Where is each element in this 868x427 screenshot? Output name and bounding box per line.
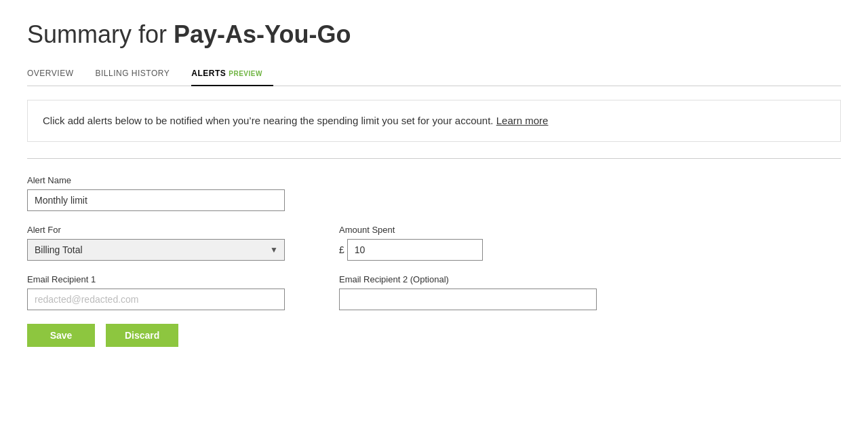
- learn-more-link[interactable]: Learn more: [496, 115, 549, 126]
- title-bold: Pay-As-You-Go: [174, 20, 351, 48]
- title-prefix: Summary for: [27, 20, 174, 48]
- amount-wrapper: £: [339, 239, 483, 261]
- email1-label: Email Recipient 1: [27, 274, 285, 284]
- email-recipients-row: Email Recipient 1 Email Recipient 2 (Opt…: [27, 274, 841, 310]
- alert-for-label: Alert For: [27, 225, 285, 235]
- tab-alerts-label: ALERTS: [191, 69, 226, 78]
- alert-for-amount-row: Alert For Billing Total Usage ▼ Amount S…: [27, 225, 841, 261]
- email1-input[interactable]: [27, 289, 285, 310]
- alert-for-select-wrapper: Billing Total Usage ▼: [27, 239, 285, 261]
- form-section: Alert Name Alert For Billing Total Usage…: [27, 175, 841, 347]
- save-button[interactable]: Save: [27, 324, 95, 347]
- amount-spent-label: Amount Spent: [339, 225, 483, 235]
- alert-for-select[interactable]: Billing Total Usage: [27, 239, 285, 261]
- alert-name-label: Alert Name: [27, 175, 841, 185]
- tabs-bar: OVERVIEW BILLING HISTORY ALERTSPREVIEW: [27, 62, 841, 86]
- email2-col: Email Recipient 2 (Optional): [339, 274, 597, 310]
- tab-billing-history[interactable]: BILLING HISTORY: [95, 63, 180, 86]
- info-box: Click add alerts below to be notified wh…: [27, 100, 841, 142]
- alert-name-input[interactable]: [27, 189, 285, 211]
- email2-label: Email Recipient 2 (Optional): [339, 274, 597, 284]
- email1-col: Email Recipient 1: [27, 274, 285, 310]
- tab-overview[interactable]: OVERVIEW: [27, 63, 84, 86]
- tab-preview-badge: PREVIEW: [229, 70, 262, 77]
- email2-input[interactable]: [339, 289, 597, 310]
- alert-name-group: Alert Name: [27, 175, 841, 211]
- amount-spent-col: Amount Spent £: [339, 225, 483, 261]
- currency-symbol: £: [339, 244, 344, 255]
- tab-alerts[interactable]: ALERTSPREVIEW: [191, 63, 273, 86]
- divider: [27, 158, 841, 159]
- alert-for-col: Alert For Billing Total Usage ▼: [27, 225, 285, 261]
- page-title: Summary for Pay-As-You-Go: [27, 20, 841, 49]
- buttons-row: Save Discard: [27, 324, 841, 347]
- discard-button[interactable]: Discard: [106, 324, 178, 347]
- amount-spent-input[interactable]: [347, 239, 483, 261]
- info-text: Click add alerts below to be notified wh…: [43, 115, 496, 126]
